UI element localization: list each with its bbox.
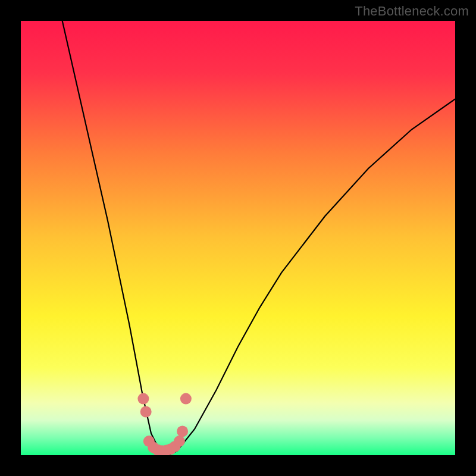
marker-dot — [177, 425, 188, 437]
watermark-text: TheBottleneck.com — [355, 4, 469, 19]
bottleneck-curve — [21, 21, 455, 455]
plot-area — [21, 21, 455, 455]
marker-dot — [140, 406, 152, 418]
marker-dot — [180, 393, 192, 405]
highlight-markers — [137, 393, 192, 455]
chart-frame: TheBottleneck.com — [0, 0, 476, 476]
marker-dot — [174, 436, 185, 447]
marker-dot — [137, 393, 149, 405]
chart-overlay — [21, 21, 455, 455]
